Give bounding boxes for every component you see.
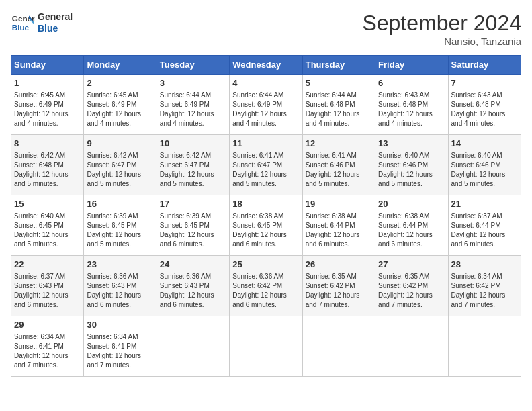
day-cell-17: 17Sunrise: 6:39 AM Sunset: 6:45 PM Dayli… <box>157 195 229 256</box>
day-cell-1: 1Sunrise: 6:45 AM Sunset: 6:49 PM Daylig… <box>11 75 84 135</box>
calendar-body: 1Sunrise: 6:45 AM Sunset: 6:49 PM Daylig… <box>11 75 521 377</box>
empty-cell <box>302 316 375 377</box>
day-number: 21 <box>451 198 518 210</box>
empty-cell <box>375 316 448 377</box>
day-cell-2: 2Sunrise: 6:45 AM Sunset: 6:49 PM Daylig… <box>84 75 157 135</box>
day-cell-24: 24Sunrise: 6:36 AM Sunset: 6:43 PM Dayli… <box>157 256 229 316</box>
header-thursday: Thursday <box>302 56 375 75</box>
day-cell-29: 29Sunrise: 6:34 AM Sunset: 6:41 PM Dayli… <box>11 316 84 377</box>
day-info: Sunrise: 6:38 AM Sunset: 6:45 PM Dayligh… <box>232 212 299 249</box>
day-number: 28 <box>451 259 518 271</box>
calendar-week-4: 22Sunrise: 6:37 AM Sunset: 6:43 PM Dayli… <box>11 256 521 316</box>
header-saturday: Saturday <box>448 56 521 75</box>
day-info: Sunrise: 6:39 AM Sunset: 6:45 PM Dayligh… <box>160 212 226 249</box>
header-sunday: Sunday <box>11 56 84 75</box>
day-cell-30: 30Sunrise: 6:34 AM Sunset: 6:41 PM Dayli… <box>84 316 157 377</box>
day-info: Sunrise: 6:42 AM Sunset: 6:48 PM Dayligh… <box>14 151 81 189</box>
day-info: Sunrise: 6:39 AM Sunset: 6:45 PM Dayligh… <box>87 212 153 249</box>
day-number: 16 <box>87 198 153 210</box>
location: Nansio, Tanzania <box>362 36 521 47</box>
day-info: Sunrise: 6:35 AM Sunset: 6:42 PM Dayligh… <box>306 272 372 310</box>
day-number: 5 <box>306 77 372 89</box>
day-info: Sunrise: 6:36 AM Sunset: 6:43 PM Dayligh… <box>87 272 153 310</box>
empty-cell <box>157 316 229 377</box>
day-number: 26 <box>306 259 372 271</box>
svg-text:Blue: Blue <box>12 23 30 32</box>
day-cell-25: 25Sunrise: 6:36 AM Sunset: 6:42 PM Dayli… <box>230 256 302 316</box>
day-number: 9 <box>87 138 153 150</box>
month-title: September 2024 <box>362 11 521 36</box>
day-info: Sunrise: 6:40 AM Sunset: 6:46 PM Dayligh… <box>378 151 445 189</box>
day-info: Sunrise: 6:34 AM Sunset: 6:41 PM Dayligh… <box>87 332 153 370</box>
calendar-week-2: 8Sunrise: 6:42 AM Sunset: 6:48 PM Daylig… <box>11 135 521 195</box>
logo-general: General <box>38 11 73 23</box>
day-number: 19 <box>306 198 372 210</box>
calendar-header: SundayMondayTuesdayWednesdayThursdayFrid… <box>11 56 521 75</box>
day-info: Sunrise: 6:41 AM Sunset: 6:46 PM Dayligh… <box>306 151 372 189</box>
day-number: 1 <box>14 77 81 89</box>
day-cell-23: 23Sunrise: 6:36 AM Sunset: 6:43 PM Dayli… <box>84 256 157 316</box>
day-info: Sunrise: 6:36 AM Sunset: 6:43 PM Dayligh… <box>160 272 226 310</box>
calendar-table: SundayMondayTuesdayWednesdayThursdayFrid… <box>11 55 521 377</box>
day-cell-5: 5Sunrise: 6:44 AM Sunset: 6:48 PM Daylig… <box>302 75 375 135</box>
day-cell-4: 4Sunrise: 6:44 AM Sunset: 6:49 PM Daylig… <box>230 75 302 135</box>
day-info: Sunrise: 6:40 AM Sunset: 6:45 PM Dayligh… <box>14 212 81 249</box>
day-cell-21: 21Sunrise: 6:37 AM Sunset: 6:44 PM Dayli… <box>448 195 521 256</box>
day-info: Sunrise: 6:42 AM Sunset: 6:47 PM Dayligh… <box>87 151 153 189</box>
logo: General Blue General Blue <box>11 11 73 35</box>
logo-blue: Blue <box>38 23 73 34</box>
empty-cell <box>230 316 302 377</box>
day-info: Sunrise: 6:35 AM Sunset: 6:42 PM Dayligh… <box>378 272 445 310</box>
day-info: Sunrise: 6:45 AM Sunset: 6:49 PM Dayligh… <box>87 91 153 128</box>
day-info: Sunrise: 6:44 AM Sunset: 6:48 PM Dayligh… <box>306 91 372 128</box>
day-cell-13: 13Sunrise: 6:40 AM Sunset: 6:46 PM Dayli… <box>375 135 448 195</box>
day-number: 29 <box>14 319 81 331</box>
day-info: Sunrise: 6:37 AM Sunset: 6:44 PM Dayligh… <box>451 212 518 249</box>
day-info: Sunrise: 6:44 AM Sunset: 6:49 PM Dayligh… <box>232 91 299 128</box>
day-number: 11 <box>232 138 299 150</box>
day-number: 23 <box>87 259 153 271</box>
day-number: 18 <box>232 198 299 210</box>
day-cell-11: 11Sunrise: 6:41 AM Sunset: 6:47 PM Dayli… <box>230 135 302 195</box>
day-number: 25 <box>232 259 299 271</box>
day-info: Sunrise: 6:37 AM Sunset: 6:43 PM Dayligh… <box>14 272 81 310</box>
day-number: 12 <box>306 138 372 150</box>
header-tuesday: Tuesday <box>157 56 229 75</box>
day-info: Sunrise: 6:34 AM Sunset: 6:42 PM Dayligh… <box>451 272 518 310</box>
day-cell-16: 16Sunrise: 6:39 AM Sunset: 6:45 PM Dayli… <box>84 195 157 256</box>
day-number: 7 <box>451 77 518 89</box>
day-cell-28: 28Sunrise: 6:34 AM Sunset: 6:42 PM Dayli… <box>448 256 521 316</box>
day-info: Sunrise: 6:38 AM Sunset: 6:44 PM Dayligh… <box>306 212 372 249</box>
day-cell-10: 10Sunrise: 6:42 AM Sunset: 6:47 PM Dayli… <box>157 135 229 195</box>
day-cell-3: 3Sunrise: 6:44 AM Sunset: 6:49 PM Daylig… <box>157 75 229 135</box>
day-info: Sunrise: 6:45 AM Sunset: 6:49 PM Dayligh… <box>14 91 81 128</box>
header-monday: Monday <box>84 56 157 75</box>
day-cell-15: 15Sunrise: 6:40 AM Sunset: 6:45 PM Dayli… <box>11 195 84 256</box>
calendar-week-1: 1Sunrise: 6:45 AM Sunset: 6:49 PM Daylig… <box>11 75 521 135</box>
day-info: Sunrise: 6:34 AM Sunset: 6:41 PM Dayligh… <box>14 332 81 370</box>
day-number: 13 <box>378 138 445 150</box>
calendar-week-5: 29Sunrise: 6:34 AM Sunset: 6:41 PM Dayli… <box>11 316 521 377</box>
day-cell-26: 26Sunrise: 6:35 AM Sunset: 6:42 PM Dayli… <box>302 256 375 316</box>
calendar-week-3: 15Sunrise: 6:40 AM Sunset: 6:45 PM Dayli… <box>11 195 521 256</box>
day-info: Sunrise: 6:43 AM Sunset: 6:48 PM Dayligh… <box>451 91 518 128</box>
day-number: 24 <box>160 259 226 271</box>
day-info: Sunrise: 6:42 AM Sunset: 6:47 PM Dayligh… <box>160 151 226 189</box>
day-info: Sunrise: 6:38 AM Sunset: 6:44 PM Dayligh… <box>378 212 445 249</box>
empty-cell <box>448 316 521 377</box>
day-number: 2 <box>87 77 153 89</box>
day-cell-7: 7Sunrise: 6:43 AM Sunset: 6:48 PM Daylig… <box>448 75 521 135</box>
day-info: Sunrise: 6:44 AM Sunset: 6:49 PM Dayligh… <box>160 91 226 128</box>
day-number: 20 <box>378 198 445 210</box>
day-number: 14 <box>451 138 518 150</box>
day-cell-19: 19Sunrise: 6:38 AM Sunset: 6:44 PM Dayli… <box>302 195 375 256</box>
header-wednesday: Wednesday <box>230 56 302 75</box>
day-cell-12: 12Sunrise: 6:41 AM Sunset: 6:46 PM Dayli… <box>302 135 375 195</box>
title-block: September 2024 Nansio, Tanzania <box>362 11 521 47</box>
day-cell-6: 6Sunrise: 6:43 AM Sunset: 6:48 PM Daylig… <box>375 75 448 135</box>
day-cell-18: 18Sunrise: 6:38 AM Sunset: 6:45 PM Dayli… <box>230 195 302 256</box>
day-cell-27: 27Sunrise: 6:35 AM Sunset: 6:42 PM Dayli… <box>375 256 448 316</box>
day-cell-8: 8Sunrise: 6:42 AM Sunset: 6:48 PM Daylig… <box>11 135 84 195</box>
day-cell-9: 9Sunrise: 6:42 AM Sunset: 6:47 PM Daylig… <box>84 135 157 195</box>
day-cell-22: 22Sunrise: 6:37 AM Sunset: 6:43 PM Dayli… <box>11 256 84 316</box>
